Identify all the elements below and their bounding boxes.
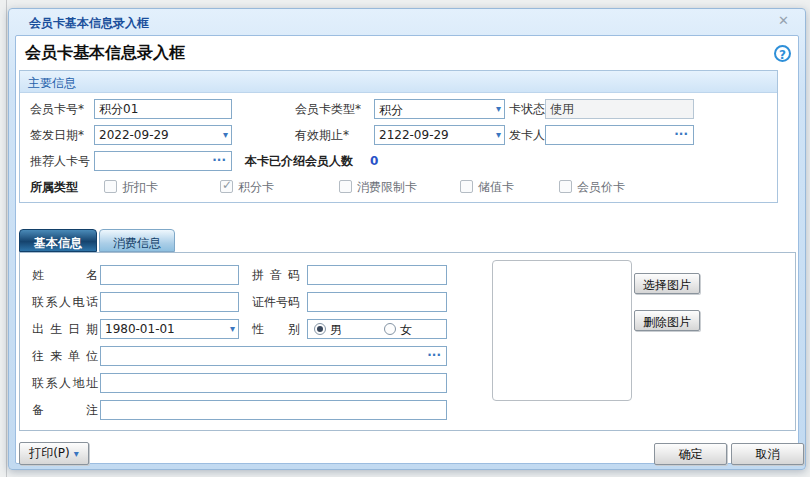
id-no-label: 证件号码: [252, 292, 300, 312]
checkbox-stored-value-card-label: 储值卡: [478, 177, 514, 197]
remark-label: 备注: [32, 400, 98, 420]
chevron-down-icon: ▾: [74, 448, 79, 459]
remark-input[interactable]: [100, 400, 447, 420]
delete-image-button[interactable]: 删除图片: [634, 310, 700, 331]
card-no-input[interactable]: [94, 99, 232, 119]
print-button-label: 打印(P): [29, 446, 70, 460]
checkbox-discount-card: [104, 180, 117, 193]
tab-consume-info[interactable]: 消费信息: [99, 229, 175, 252]
checkbox-consume-limit-card-label: 消费限制卡: [357, 177, 417, 197]
print-button[interactable]: 打印(P)▾: [19, 442, 89, 465]
card-type-value: 积分: [379, 103, 403, 117]
basic-info-tab-panel: 姓名 拼音码 联系人电话 证件号码 出生日期 1980-01-01 ▾ 性别 男…: [19, 252, 796, 431]
gender-female-label: 女: [400, 320, 412, 340]
tab-basic-info[interactable]: 基本信息: [19, 229, 97, 252]
gender-radio-male[interactable]: [314, 323, 326, 335]
checkbox-consume-limit-card: [339, 180, 352, 193]
main-info-group-title: 主要信息: [20, 71, 777, 93]
birth-date-label: 出生日期: [32, 319, 98, 339]
chevron-down-icon: ▾: [496, 129, 501, 141]
category-label: 所属类型: [30, 177, 78, 197]
issue-date-label: 签发日期*: [30, 125, 84, 145]
chevron-down-icon: ▾: [223, 129, 228, 141]
name-label: 姓名: [32, 265, 98, 285]
checkbox-discount-card-label: 折扣卡: [122, 177, 158, 197]
select-image-button[interactable]: 选择图片: [634, 273, 700, 294]
referred-count-value: 0: [370, 151, 378, 171]
gender-radio-group: 男 女: [307, 319, 447, 339]
issue-date-select[interactable]: 2022-09-29 ▾: [94, 125, 232, 145]
referred-count-label: 本卡已介绍会员人数: [245, 151, 353, 171]
issuer-input[interactable]: ···: [545, 125, 694, 145]
ellipsis-icon[interactable]: ···: [427, 348, 441, 362]
chevron-down-icon: ▾: [496, 103, 501, 115]
company-input[interactable]: ···: [100, 346, 447, 366]
window-title: 会员卡基本信息录入框: [29, 15, 149, 32]
cancel-button[interactable]: 取消: [731, 443, 804, 465]
ellipsis-icon[interactable]: ···: [674, 127, 688, 141]
checkbox-member-price-card-label: 会员价卡: [577, 177, 625, 197]
name-input[interactable]: [100, 265, 239, 285]
checkbox-points-card: [220, 180, 233, 193]
referrer-card-input[interactable]: ···: [94, 151, 232, 171]
gender-label: 性别: [252, 319, 300, 339]
address-label: 联系人地址: [32, 373, 98, 393]
company-label: 往来单位: [32, 346, 98, 366]
card-type-select[interactable]: 积分 ▾: [374, 99, 505, 119]
card-status-input: [545, 99, 694, 119]
card-status-label: 卡状态: [509, 99, 545, 119]
pinyin-label: 拼音码: [252, 265, 300, 285]
checkbox-points-card-label: 积分卡: [238, 177, 274, 197]
id-no-input[interactable]: [307, 292, 447, 312]
ok-button[interactable]: 确定: [654, 443, 727, 465]
background-window-edge: [6, 0, 7, 477]
chevron-down-icon: ▾: [230, 323, 235, 335]
contact-phone-input[interactable]: [100, 292, 239, 312]
issuer-label: 发卡人: [509, 125, 545, 145]
main-info-group: 主要信息 会员卡号* 会员卡类型* 积分 ▾ 卡状态 签发日期* 2022-09…: [19, 70, 778, 203]
card-type-label: 会员卡类型*: [295, 99, 361, 119]
phone-label: 联系人电话: [32, 292, 98, 312]
page-title: 会员卡基本信息录入框: [25, 43, 185, 64]
card-no-label: 会员卡号*: [30, 99, 84, 119]
help-icon[interactable]: ?: [774, 45, 791, 62]
birth-date-value: 1980-01-01: [105, 322, 175, 336]
member-photo-box: [492, 260, 632, 401]
member-card-dialog: 会员卡基本信息录入框 ✕ 会员卡基本信息录入框 ? 主要信息 会员卡号* 会员卡…: [8, 8, 806, 470]
contact-address-input[interactable]: [100, 373, 447, 393]
gender-male-label: 男: [330, 320, 342, 340]
close-icon[interactable]: ✕: [778, 13, 789, 28]
ellipsis-icon[interactable]: ···: [212, 153, 226, 167]
window-titlebar[interactable]: 会员卡基本信息录入框 ✕: [9, 9, 805, 35]
valid-until-select[interactable]: 2122-09-29 ▾: [374, 125, 505, 145]
gender-radio-female[interactable]: [384, 323, 396, 335]
checkbox-stored-value-card: [460, 180, 473, 193]
checkbox-member-price-card: [559, 180, 572, 193]
birth-date-select[interactable]: 1980-01-01 ▾: [100, 319, 239, 339]
valid-until-label: 有效期止*: [295, 125, 349, 145]
issue-date-value: 2022-09-29: [99, 128, 169, 142]
pinyin-input[interactable]: [307, 265, 447, 285]
referrer-card-label: 推荐人卡号: [30, 151, 90, 171]
valid-until-value: 2122-09-29: [379, 128, 449, 142]
